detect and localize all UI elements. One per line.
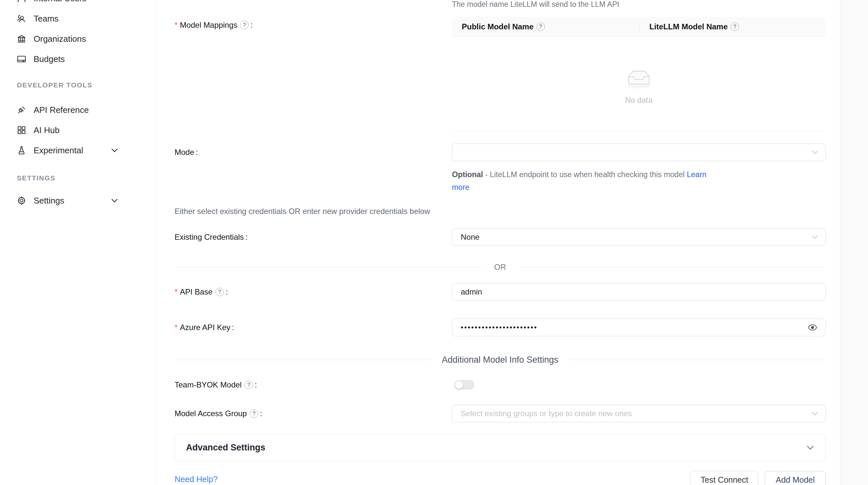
sidebar-item-label: Organizations bbox=[34, 34, 86, 44]
chevron-down-icon bbox=[811, 150, 818, 155]
select-placeholder: Select existing groups or type to create… bbox=[461, 409, 632, 418]
azure-api-key-field bbox=[452, 319, 826, 336]
sidebar-item-teams[interactable]: Teams bbox=[0, 8, 156, 29]
eye-icon[interactable] bbox=[808, 323, 817, 332]
add-model-page: Internal Users Teams Organizations Budge… bbox=[0, 0, 868, 485]
chevron-down-icon bbox=[806, 445, 814, 450]
model-access-group-label: Model Access Group bbox=[175, 409, 262, 418]
chevron-down-icon bbox=[111, 148, 118, 153]
advanced-settings-title: Advanced Settings bbox=[186, 443, 806, 453]
sidebar-item-organizations[interactable]: Organizations bbox=[0, 29, 156, 49]
toggle-knob bbox=[455, 381, 463, 389]
user-icon bbox=[17, 0, 26, 3]
azure-api-key-label: Azure API Key bbox=[175, 323, 234, 332]
api-base-label: API Base bbox=[175, 287, 228, 297]
sidebar-item-api-reference[interactable]: API Reference bbox=[0, 100, 156, 120]
sidebar-item-label: Settings bbox=[34, 196, 64, 206]
sidebar-item-label: AI Hub bbox=[34, 125, 60, 135]
sidebar-item-budgets[interactable]: Budgets bbox=[0, 49, 156, 69]
sidebar: Internal Users Teams Organizations Budge… bbox=[0, 0, 156, 485]
page-background-strip bbox=[840, 0, 868, 485]
sidebar-item-internal-users[interactable]: Internal Users bbox=[0, 0, 156, 8]
sidebar-item-label: API Reference bbox=[34, 105, 89, 115]
help-circle-icon[interactable] bbox=[250, 409, 258, 418]
sidebar-item-label: Experimental bbox=[34, 146, 83, 156]
or-divider: OR bbox=[175, 262, 826, 273]
teams-icon bbox=[17, 14, 26, 24]
bank-icon bbox=[17, 34, 26, 44]
help-circle-icon[interactable] bbox=[240, 21, 249, 29]
column-header-litellm-model-name: LiteLLM Model Name bbox=[640, 22, 826, 31]
grid-icon bbox=[17, 125, 26, 135]
mode-label: Mode bbox=[175, 148, 198, 157]
column-divider bbox=[640, 22, 640, 32]
existing-credentials-select[interactable]: None bbox=[452, 228, 826, 246]
test-connect-button[interactable]: Test Connect bbox=[690, 471, 758, 485]
help-circle-icon[interactable] bbox=[244, 381, 253, 389]
azure-api-key-input[interactable] bbox=[461, 323, 817, 332]
chevron-down-icon bbox=[111, 198, 118, 203]
sidebar-item-label: Teams bbox=[34, 14, 59, 24]
additional-info-divider: Additional Model Info Settings bbox=[175, 354, 826, 366]
api-base-field bbox=[452, 283, 826, 301]
table-header-row: Public Model Name LiteLLM Model Name bbox=[452, 17, 826, 36]
advanced-settings-panel[interactable]: Advanced Settings bbox=[175, 434, 826, 461]
flask-icon bbox=[17, 146, 26, 155]
column-header-public-model-name: Public Model Name bbox=[452, 22, 640, 31]
empty-inbox-icon bbox=[621, 63, 656, 90]
sidebar-section-developer-tools: DEVELOPER TOOLS bbox=[17, 81, 92, 89]
help-circle-icon[interactable] bbox=[536, 23, 545, 31]
model-name-hint: The model name LiteLLM will send to the … bbox=[452, 0, 619, 9]
or-divider-text: OR bbox=[483, 263, 518, 272]
team-byok-toggle[interactable] bbox=[454, 380, 474, 390]
sidebar-item-experimental[interactable]: Experimental bbox=[0, 140, 156, 160]
existing-credentials-label: Existing Credentials bbox=[175, 232, 248, 242]
mode-help-text: Optional - LiteLLM endpoint to use when … bbox=[452, 168, 723, 194]
additional-info-divider-text: Additional Model Info Settings bbox=[430, 355, 570, 365]
chevron-down-icon bbox=[811, 235, 818, 239]
sidebar-item-ai-hub[interactable]: AI Hub bbox=[0, 120, 156, 140]
chevron-down-icon bbox=[811, 412, 818, 416]
credit-card-icon bbox=[17, 54, 26, 64]
api-plug-icon bbox=[17, 105, 26, 115]
empty-state: No data bbox=[452, 36, 826, 131]
mode-select[interactable] bbox=[452, 143, 826, 161]
help-circle-icon[interactable] bbox=[215, 288, 224, 296]
need-help-link[interactable]: Need Help? bbox=[175, 475, 218, 484]
model-mappings-label: Model Mappings bbox=[175, 20, 253, 30]
team-byok-label: Team-BYOK Model bbox=[175, 380, 257, 390]
model-access-group-select[interactable]: Select existing groups or type to create… bbox=[452, 405, 826, 422]
sidebar-item-settings[interactable]: Settings bbox=[0, 191, 156, 211]
gear-icon bbox=[17, 196, 26, 205]
sidebar-item-label: Internal Users bbox=[34, 0, 87, 4]
api-base-input[interactable] bbox=[461, 287, 817, 296]
credentials-note: Either select existing credentials OR en… bbox=[175, 207, 430, 216]
sidebar-item-label: Budgets bbox=[34, 54, 65, 64]
help-circle-icon[interactable] bbox=[731, 23, 739, 31]
add-model-button[interactable]: Add Model bbox=[765, 471, 826, 485]
sidebar-section-settings: SETTINGS bbox=[17, 174, 56, 182]
model-mappings-table: Public Model Name LiteLLM Model Name No … bbox=[452, 17, 826, 131]
empty-state-text: No data bbox=[625, 96, 652, 105]
